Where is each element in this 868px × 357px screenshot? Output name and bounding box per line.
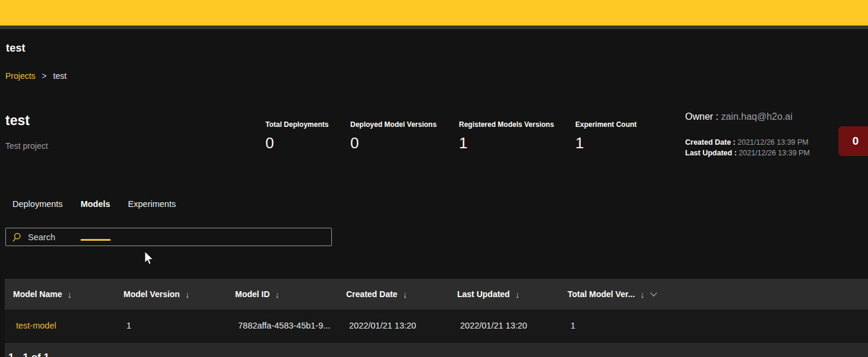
column-label: Model Version [123,289,180,299]
stat-value: 0 [265,134,328,152]
page-title: test [6,42,26,55]
app-top-bar [0,0,868,26]
sort-descending-icon[interactable]: ↓ [67,289,72,299]
project-name: test [5,113,30,129]
last-updated-line: Last Updated : 2021/12/26 13:39 PM [685,149,810,157]
column-label: Created Date [346,289,397,299]
project-detail-page: { "colors": { "accent": "#FEC925", "link… [0,0,868,357]
project-description: Test project [5,141,48,151]
column-header-model-name[interactable]: Model Name ↓ [5,289,115,299]
created-date-value: 2021/12/26 13:39 PM [737,138,809,146]
column-label: Model Name [13,289,62,299]
last-updated-label: Last Updated : [685,149,737,157]
sort-descending-icon[interactable]: ↓ [515,289,520,299]
created-date-line: Created Date : 2021/12/26 13:39 PM [685,138,810,146]
chevron-down-icon[interactable] [650,289,657,296]
stat-experiment-count: Experiment Count 1 [575,120,636,152]
tab-label: Deployments [12,199,63,209]
created-date-cell: 2022/01/21 13:20 [338,321,449,330]
created-date-label: Created Date : [685,138,736,146]
tab-bar: Deployments Models Experiments [5,198,183,222]
notification-count-badge[interactable]: 0 [838,126,868,156]
tab-models[interactable]: Models [74,198,118,222]
search-icon [12,232,23,243]
model-version-cell: 1 [115,321,227,330]
project-meta: Owner : zain.haq@h2o.ai Created Date : 2… [685,111,810,157]
breadcrumb-current: test [53,71,67,81]
total-model-versions-cell: 1 [559,321,868,330]
table-footer: 1 - 1 of 1 [5,343,868,357]
stat-label: Registered Models Versions [459,120,554,129]
last-updated-value: 2021/12/26 13:39 PM [739,149,810,157]
column-header-model-id[interactable]: Model ID ↓ [227,289,338,299]
sort-descending-icon[interactable]: ↓ [185,289,190,299]
column-header-last-updated[interactable]: Last Updated ↓ [449,289,559,299]
stat-total-deployments: Total Deployments 0 [265,120,328,152]
stat-registered-models-versions: Registered Models Versions 1 [459,120,554,152]
stat-value: 1 [459,134,554,152]
pagination-text: 1 - 1 of 1 [8,352,868,357]
stat-value: 0 [350,134,436,152]
tab-label: Models [81,199,110,209]
tab-experiments[interactable]: Experiments [121,198,183,222]
mouse-cursor [144,251,154,266]
column-label: Model ID [235,289,270,299]
badge-count: 0 [853,135,859,148]
sort-descending-icon[interactable]: ↓ [403,289,407,299]
model-id-cell: 7882affa-4583-45b1-9... [227,321,338,330]
search-box[interactable] [5,228,332,246]
sort-descending-icon[interactable]: ↓ [640,289,645,299]
breadcrumb-separator: > [42,71,46,81]
column-label: Last Updated [457,289,510,299]
owner-line: Owner : zain.haq@h2o.ai [685,111,810,122]
tab-label: Experiments [128,199,176,209]
table-row[interactable]: test-model 1 7882affa-4583-45b1-9... 202… [5,310,868,342]
stat-label: Total Deployments [265,120,328,129]
search-input[interactable] [28,232,313,242]
breadcrumb: Projects > test [5,71,66,81]
model-name-link[interactable]: test-model [5,321,115,330]
stat-deployed-model-versions: Deployed Model Versions 0 [350,120,436,152]
column-header-created-date[interactable]: Created Date ↓ [338,289,449,299]
tab-deployments[interactable]: Deployments [5,198,70,222]
owner-label: Owner : [685,111,718,122]
sort-descending-icon[interactable]: ↓ [275,289,280,299]
column-header-model-version[interactable]: Model Version ↓ [115,289,227,299]
models-table-header: Model Name ↓ Model Version ↓ Model ID ↓ … [5,279,868,310]
column-header-total-model-versions[interactable]: Total Model Ver... ↓ [559,289,868,299]
stat-label: Experiment Count [575,120,636,129]
breadcrumb-projects-link[interactable]: Projects [5,71,36,81]
stat-label: Deployed Model Versions [350,120,436,129]
stat-value: 1 [575,134,636,152]
last-updated-cell: 2022/01/21 13:20 [449,321,559,330]
owner-value: zain.haq@h2o.ai [721,111,792,122]
column-label: Total Model Ver... [568,289,635,299]
top-bar-divider [0,26,868,29]
